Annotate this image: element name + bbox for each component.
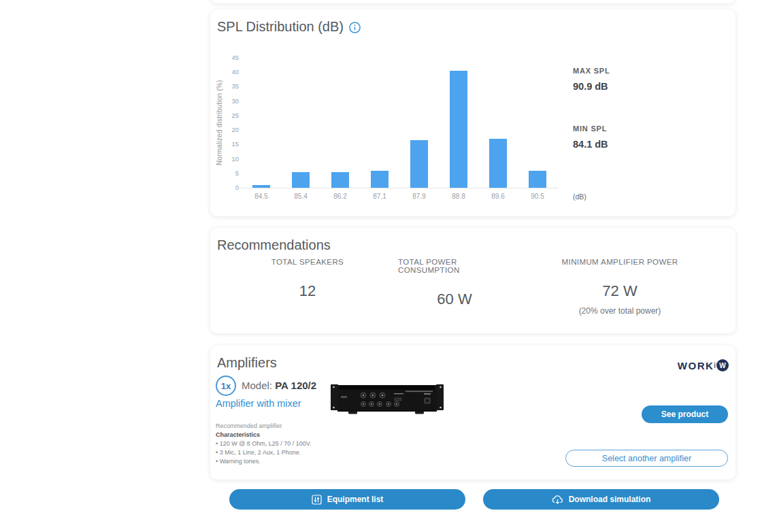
equipment-list-button[interactable]: Equipment list — [229, 489, 465, 510]
characteristic-item: • Warning tones. — [216, 457, 312, 466]
min-spl-stat: MIN SPL 84.1 dB — [573, 124, 608, 150]
stat-value: 12 — [299, 282, 316, 300]
recommended-amplifier-label: Recommended amplifier — [216, 422, 312, 431]
y-tick-label: 40 — [231, 68, 239, 76]
amplifier-quantity-badge: 1x — [216, 376, 236, 396]
equipment-list-label: Equipment list — [327, 495, 384, 504]
bar — [410, 140, 428, 188]
amplifier-model-line: Model: PA 120/2 — [242, 380, 316, 391]
amplifier-characteristics: Recommended amplifier Characteristics • … — [216, 422, 312, 466]
characteristic-item: • 3 Mic, 1 Line, 2 Aux, 1 Phone. — [216, 448, 312, 457]
stats-row: TOTAL SPEAKERS 12 TOTAL POWER CONSUMPTIO… — [217, 258, 729, 316]
max-spl-value: 90.9 dB — [573, 81, 610, 92]
work-logo: WORK i W — [678, 359, 729, 371]
recommendations-title: Recommendations — [217, 237, 331, 253]
bar-slot — [399, 58, 439, 188]
bar — [292, 172, 310, 188]
spl-card-title: SPL Distribution (dB) — [217, 19, 344, 35]
download-simulation-label: Download simulation — [569, 495, 651, 504]
min-spl-label: MIN SPL — [573, 124, 608, 133]
bar-slot — [242, 58, 281, 188]
see-product-button[interactable]: See product — [642, 405, 728, 423]
x-axis-line — [237, 188, 559, 188]
bar-slot — [518, 58, 557, 188]
y-tick-label: 25 — [231, 112, 239, 119]
x-tick-label: 85.4 — [281, 193, 320, 200]
amplifier-image — [329, 380, 445, 418]
bar — [450, 71, 467, 188]
stat-note: (20% over total power) — [579, 306, 661, 316]
characteristic-item: • 120 W @ 8 Ohm, L25 / 70 / 100V. — [216, 439, 312, 448]
amplifiers-card: Amplifiers WORK i W 1x Model: PA 120/2 A… — [210, 346, 736, 480]
download-simulation-button[interactable]: Download simulation — [483, 489, 719, 510]
chart-x-unit-label: (dB) — [573, 193, 586, 201]
x-tick-label: 90.5 — [518, 193, 557, 200]
bar-slot — [478, 58, 518, 188]
x-tick-label: 86.2 — [320, 193, 360, 200]
x-tick-label: 89.6 — [478, 193, 518, 200]
stat-min-amplifier-power: MINIMUM AMPLIFIER POWER 72 W (20% over t… — [511, 258, 729, 316]
y-tick-label: 20 — [231, 126, 239, 133]
info-icon[interactable] — [349, 21, 361, 33]
work-w-icon: W — [716, 359, 729, 371]
y-tick-label: 45 — [231, 54, 239, 61]
work-logo-i: i — [714, 361, 716, 370]
spl-card-title-row: SPL Distribution (dB) — [217, 19, 361, 35]
x-tick-label: 88.8 — [439, 193, 478, 200]
y-tick-label: 5 — [235, 169, 239, 177]
y-ticks: 051015202530354045 — [222, 58, 240, 188]
model-label: Model: — [242, 380, 272, 391]
bars — [242, 58, 557, 188]
stat-label: TOTAL POWER CONSUMPTION — [398, 258, 511, 274]
stat-value: 72 W — [602, 282, 637, 300]
min-spl-value: 84.1 dB — [573, 139, 608, 150]
y-tick-label: 10 — [231, 155, 239, 163]
x-labels: 84.585.486.287.187.988.889.690.5 — [242, 193, 557, 200]
download-cloud-icon — [552, 495, 563, 505]
bar — [529, 171, 546, 188]
work-logo-text: WORK — [678, 360, 714, 371]
stat-value: 60 W — [437, 290, 472, 308]
max-spl-label: MAX SPL — [573, 67, 610, 75]
x-tick-label: 87.9 — [399, 193, 439, 200]
bar — [331, 172, 349, 188]
bar-slot — [360, 58, 399, 188]
x-tick-label: 84.5 — [242, 193, 281, 200]
y-tick-label: 15 — [231, 140, 239, 148]
x-tick-label: 87.1 — [360, 193, 399, 200]
bar-slot — [320, 58, 360, 188]
previous-card-edge — [210, 0, 736, 3]
stat-label: TOTAL SPEAKERS — [271, 258, 344, 266]
stat-total-speakers: TOTAL SPEAKERS 12 — [217, 258, 398, 316]
y-tick-label: 35 — [231, 82, 239, 90]
select-another-amplifier-button[interactable]: Select another amplifier — [565, 450, 728, 467]
model-value: PA 120/2 — [275, 380, 316, 391]
amplifier-type-link[interactable]: Amplifier with mixer — [216, 398, 301, 409]
equipment-list-icon — [312, 495, 322, 505]
bar-slot — [439, 58, 478, 188]
spl-distribution-card: SPL Distribution (dB) Normalized distrib… — [210, 10, 736, 216]
y-tick-label: 30 — [231, 97, 239, 105]
max-spl-stat: MAX SPL 90.9 dB — [573, 67, 610, 92]
recommendations-card: Recommendations TOTAL SPEAKERS 12 TOTAL … — [210, 228, 736, 333]
bar — [371, 171, 389, 188]
stat-label: MINIMUM AMPLIFIER POWER — [562, 258, 678, 266]
bar-slot — [281, 58, 320, 188]
bar — [489, 139, 507, 188]
stat-total-power: TOTAL POWER CONSUMPTION 60 W — [398, 258, 511, 316]
amplifiers-title: Amplifiers — [217, 355, 277, 371]
characteristics-label: Characteristics — [216, 431, 312, 439]
